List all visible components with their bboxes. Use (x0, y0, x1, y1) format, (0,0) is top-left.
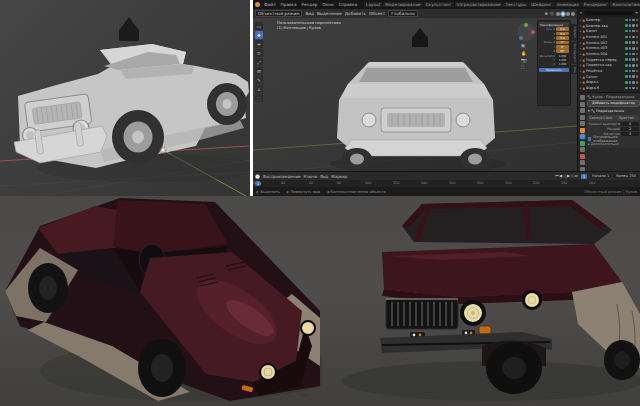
render-visibility-toggle[interactable] (636, 36, 639, 39)
object-name[interactable]: Подвеска.зад (586, 63, 624, 67)
viewport-camera-icon[interactable] (412, 28, 428, 47)
hide-eye-toggle[interactable] (632, 36, 635, 39)
setting-value-field[interactable]: 2 (621, 127, 639, 131)
workspace-tab[interactable]: Скульптинг (424, 2, 454, 7)
data-tab-icon[interactable] (580, 160, 585, 165)
world-tab-icon[interactable] (580, 121, 585, 126)
topbar-menu-item[interactable]: Справка (338, 2, 358, 7)
select-box-tool-icon[interactable]: ▭ (255, 22, 263, 30)
clay-car-model[interactable] (14, 44, 249, 168)
render-visibility-toggle[interactable] (636, 24, 639, 27)
render-visibility-toggle[interactable] (636, 70, 639, 73)
collapse-icon[interactable]: ▾ (588, 109, 590, 113)
render-visibility-toggle[interactable] (636, 87, 639, 90)
workspace-tab[interactable]: Layout (364, 2, 382, 7)
current-frame-field[interactable]: 1 (581, 174, 587, 179)
render-visibility-toggle[interactable] (636, 41, 639, 44)
hide-eye-toggle[interactable] (632, 58, 635, 61)
timeline-menu-item[interactable]: Ключи (303, 174, 317, 179)
move-tool-icon[interactable]: ✥ (255, 31, 263, 39)
orientation-dropdown[interactable]: Глобально (388, 10, 417, 17)
gizmo-x-axis-dot[interactable] (531, 30, 535, 34)
object-name[interactable]: Колесо.003 (586, 46, 624, 50)
filter-icon[interactable]: ▾ (580, 11, 582, 15)
hide-eye-toggle[interactable] (632, 81, 635, 84)
hide-eye-toggle[interactable] (632, 53, 635, 56)
render-visibility-toggle[interactable] (636, 64, 639, 67)
modifiers-tab-icon[interactable] (580, 134, 585, 139)
scale-tool-icon[interactable]: ⤢ (255, 58, 263, 66)
topbar-menu-item[interactable]: Рендер (301, 2, 319, 7)
value-field[interactable]: 1.000 (556, 58, 569, 62)
viewport-menu-item[interactable]: Вид (305, 11, 314, 16)
add-primitive-tool-icon[interactable]: ⬚ (255, 94, 263, 102)
render-visibility-toggle[interactable] (636, 47, 639, 50)
jump-start-button[interactable]: ⏮ (555, 174, 558, 178)
output-tab-icon[interactable] (580, 102, 585, 107)
render-visibility-toggle[interactable] (636, 75, 639, 78)
keyed-value-field[interactable]: 0° (556, 41, 569, 45)
expand-icon[interactable]: ▸ (580, 18, 582, 22)
viewport-3d[interactable]: Пользовательская перспектива (1) Коллекц… (253, 18, 577, 171)
workspace-tab[interactable]: Текстуры (503, 2, 528, 7)
gizmo-z-axis-dot[interactable] (519, 36, 523, 40)
measure-tool-icon[interactable]: ∠ (255, 85, 263, 93)
object-name[interactable]: Решётка (586, 69, 624, 73)
setting-value-field[interactable]: 1 (621, 122, 639, 126)
apply-button[interactable]: Применить (539, 68, 569, 73)
modifier-name[interactable]: Подразделение (596, 109, 624, 113)
snap-magnet-icon[interactable]: ◈ (545, 11, 548, 16)
expand-icon[interactable]: ▸ (580, 58, 582, 62)
workspace-tab[interactable]: Композитинг (610, 2, 640, 7)
expand-icon[interactable]: ▸ (580, 80, 582, 84)
hide-eye-toggle[interactable] (632, 47, 635, 50)
timeline-menu-item[interactable]: Маркер (331, 174, 347, 179)
keyed-value-field[interactable]: 90° (556, 49, 569, 53)
keyed-value-field[interactable]: 0 м (556, 27, 569, 31)
hide-eye-toggle[interactable] (632, 24, 635, 27)
optimal-display-checkbox[interactable]: Оптимальное отображение (588, 137, 639, 142)
keyed-value-field[interactable]: 0 м (556, 32, 569, 36)
viewport-menu-item[interactable]: Объект (369, 11, 385, 16)
playhead-marker[interactable]: 1 (255, 181, 261, 186)
pan-hand-icon[interactable]: ✋ (521, 51, 527, 56)
camera-view-icon[interactable]: 📷 (521, 58, 527, 63)
prev-keyframe-button[interactable]: ◀ (559, 174, 562, 178)
hide-eye-toggle[interactable] (632, 75, 635, 78)
play-reverse-button[interactable]: ◁ (563, 174, 566, 178)
viewport-menu-item[interactable]: Добавить (345, 11, 366, 16)
value-field[interactable]: 1.000 (556, 54, 569, 58)
topbar-menu-item[interactable]: Файл (263, 2, 277, 7)
object-name[interactable]: Бампер (586, 18, 624, 22)
next-keyframe-button[interactable]: ▷ (571, 174, 574, 178)
navigation-gizmo[interactable] (517, 23, 535, 41)
render-visibility-toggle[interactable] (636, 58, 639, 61)
checkbox-icon[interactable] (588, 137, 591, 141)
expand-icon[interactable]: ▸ (580, 52, 582, 56)
expand-icon[interactable]: ▸ (580, 63, 582, 67)
viewport-menu-item[interactable]: Выделение (317, 11, 342, 16)
mode-dropdown[interactable]: Объектный режим (255, 10, 302, 17)
object-name[interactable]: Фара.L (586, 80, 624, 84)
render-visibility-toggle[interactable] (636, 30, 639, 33)
workspace-tab[interactable]: Анимация (555, 2, 581, 7)
blender-logo-icon[interactable] (255, 2, 260, 7)
subdivision-type-option[interactable]: Catmull-Clark (588, 115, 614, 121)
timeline-menu-item[interactable]: Воспроизведение (263, 174, 300, 179)
hide-eye-toggle[interactable] (632, 64, 635, 67)
ortho-toggle-icon[interactable]: ⛶ (521, 65, 527, 70)
hide-eye-toggle[interactable] (632, 87, 635, 90)
frame-start-field[interactable]: Начало 1 (590, 174, 611, 178)
object-name[interactable]: Бампер.зад (586, 24, 624, 28)
expand-icon[interactable]: ▸ (580, 46, 582, 50)
particles-tab-icon[interactable] (580, 141, 585, 146)
physics-tab-icon[interactable] (580, 147, 585, 152)
constraints-tab-icon[interactable] (580, 154, 585, 159)
render-visibility-toggle[interactable] (636, 53, 639, 56)
hide-eye-toggle[interactable] (632, 70, 635, 73)
expand-icon[interactable]: ▸ (580, 41, 582, 45)
hide-eye-toggle[interactable] (632, 19, 635, 22)
render-visibility-toggle[interactable] (636, 81, 639, 84)
gizmo-y-axis-dot[interactable] (524, 23, 528, 27)
value-field[interactable]: 1.000 (556, 63, 569, 67)
